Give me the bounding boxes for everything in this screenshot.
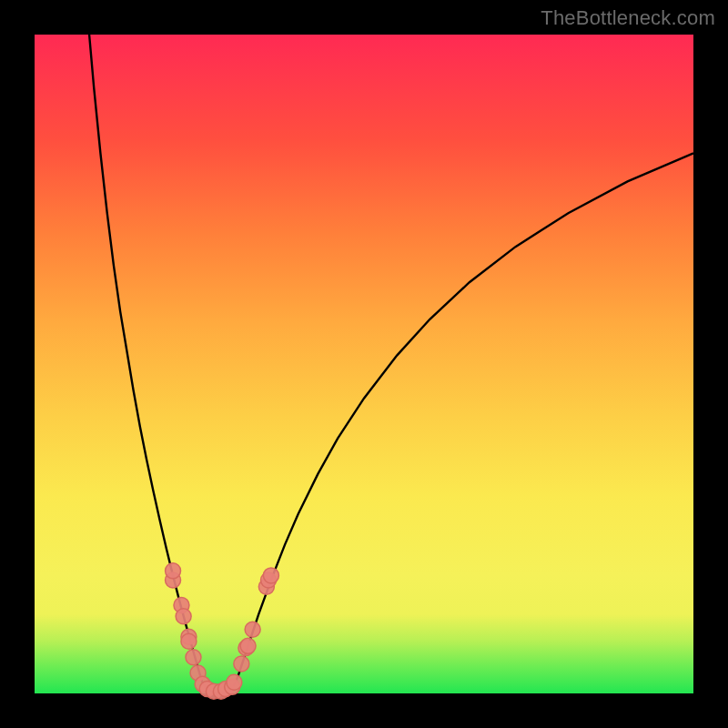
data-point [227,674,242,690]
data-point [176,609,191,624]
data-point [240,638,256,653]
data-point [245,622,260,637]
curve-group [89,35,693,693]
data-point [234,656,249,672]
bottleneck-curve-right [236,153,693,682]
bottleneck-curve-left [89,35,203,682]
data-point [166,563,181,579]
chart-svg [35,35,693,693]
data-point [181,633,197,649]
data-point [186,650,201,665]
data-points-group [166,563,279,699]
data-point [263,568,278,583]
watermark-text: TheBottleneck.com [541,6,715,30]
